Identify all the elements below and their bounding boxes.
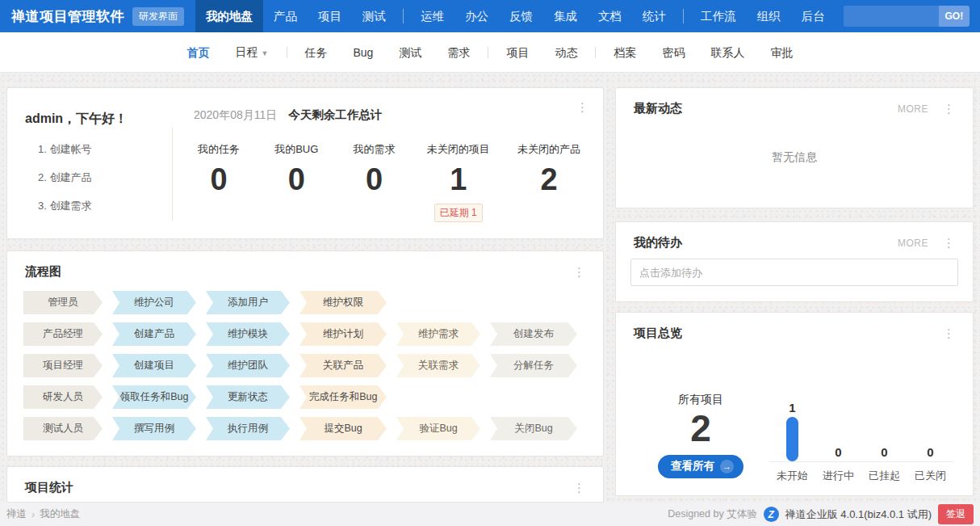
version-text: 禅道企业版 4.0.1(biz4.0.1 试用) bbox=[785, 507, 932, 522]
designed-by[interactable]: Designed by 艾体验 bbox=[668, 507, 756, 521]
flow-step-chip[interactable]: 维护模块 bbox=[206, 322, 290, 346]
all-projects-count[interactable]: 2 bbox=[640, 407, 761, 450]
flow-step-chip[interactable]: 分解任务 bbox=[490, 354, 577, 377]
flowchart-card: 流程图 ⋮ 管理员 维护公司 添加用户 维护权限 产品经理 创建产品 维护模块 … bbox=[6, 250, 604, 457]
nav-doc[interactable]: 文档 bbox=[588, 0, 632, 32]
nav-admin-backend[interactable]: 后台 bbox=[791, 0, 836, 32]
view-all-button[interactable]: 查看所有 → bbox=[658, 455, 743, 478]
kebab-menu-icon[interactable]: ⋮ bbox=[570, 264, 588, 280]
stat-label: 未关闭的项目 bbox=[427, 142, 490, 157]
kebab-menu-icon[interactable]: ⋮ bbox=[570, 480, 588, 495]
flow-step-chip[interactable]: 完成任务和Bug bbox=[299, 385, 387, 409]
flowchart-title: 流程图 bbox=[25, 264, 61, 280]
tab-calendar-label: 日程 bbox=[236, 45, 258, 58]
tab-home[interactable]: 首页 bbox=[174, 32, 223, 73]
stat-value[interactable]: 0 bbox=[271, 163, 321, 197]
stat-value[interactable]: 1 bbox=[427, 163, 490, 197]
flow-step-chip[interactable]: 关联需求 bbox=[396, 354, 480, 377]
flow-step-chip[interactable]: 执行用例 bbox=[206, 417, 290, 440]
nav-organization[interactable]: 组织 bbox=[747, 0, 791, 32]
nav-product[interactable]: 产品 bbox=[263, 0, 308, 32]
nav-test[interactable]: 测试 bbox=[352, 0, 396, 32]
project-statistics-title: 项目统计 bbox=[25, 480, 73, 495]
add-todo-input[interactable] bbox=[630, 259, 958, 286]
flow-role-chip[interactable]: 项目经理 bbox=[23, 354, 103, 377]
flow-step-chip[interactable]: 领取任务和Bug bbox=[112, 385, 196, 409]
flow-step-chip[interactable]: 维护公司 bbox=[112, 291, 196, 314]
kebab-menu-icon[interactable]: ⋮ bbox=[940, 326, 958, 341]
onboarding-steps: 1. 创建帐号 2. 创建产品 3. 创建需求 bbox=[25, 142, 172, 213]
tab-dynamic[interactable]: 动态 bbox=[542, 32, 590, 73]
more-link[interactable]: MORE bbox=[898, 238, 928, 249]
flow-step-chip[interactable]: 维护需求 bbox=[396, 322, 480, 346]
nav-integration[interactable]: 集成 bbox=[543, 0, 588, 32]
current-date: 2020年08月11日 bbox=[194, 108, 277, 123]
tab-project[interactable]: 项目 bbox=[493, 32, 542, 73]
bar-value: 0 bbox=[927, 445, 933, 459]
tab-contacts[interactable]: 联系人 bbox=[697, 32, 757, 73]
search-go-button[interactable]: GO! bbox=[939, 6, 970, 27]
kebab-menu-icon[interactable]: ⋮ bbox=[940, 235, 958, 250]
ui-mode-badge[interactable]: 研发界面 bbox=[132, 7, 184, 26]
nav-my-dashboard[interactable]: 我的地盘 bbox=[195, 0, 263, 32]
flow-step-chip[interactable]: 维护权限 bbox=[299, 291, 387, 314]
stat-my-tasks: 我的任务 0 bbox=[194, 142, 244, 222]
search-input[interactable] bbox=[844, 6, 939, 27]
kebab-menu-icon[interactable]: ⋮ bbox=[940, 101, 958, 116]
flow-step-chip[interactable]: 提交Bug bbox=[299, 417, 387, 440]
tab-test[interactable]: 测试 bbox=[386, 32, 434, 73]
tab-approval[interactable]: 审批 bbox=[757, 32, 806, 73]
more-link[interactable]: MORE bbox=[898, 103, 928, 115]
flow-step-chip[interactable]: 撰写用例 bbox=[112, 417, 196, 440]
flow-step-chip[interactable]: 维护团队 bbox=[206, 354, 290, 377]
stat-label: 我的BUG bbox=[271, 142, 321, 157]
bar-value: 1 bbox=[789, 401, 795, 414]
tab-task[interactable]: 任务 bbox=[292, 32, 341, 73]
step-create-product[interactable]: 2. 创建产品 bbox=[38, 170, 172, 185]
nav-feedback[interactable]: 反馈 bbox=[499, 0, 543, 32]
nav-divider bbox=[595, 47, 596, 58]
step-create-account[interactable]: 1. 创建帐号 bbox=[38, 142, 172, 157]
nav-report[interactable]: 统计 bbox=[632, 0, 676, 32]
flow-role-chip[interactable]: 产品经理 bbox=[23, 322, 103, 346]
flow-role-chip[interactable]: 管理员 bbox=[23, 291, 103, 314]
nav-project[interactable]: 项目 bbox=[308, 0, 352, 32]
flow-row-project-manager: 项目经理 创建项目 维护团队 关联产品 关联需求 分解任务 bbox=[23, 354, 587, 377]
stat-label: 我的任务 bbox=[194, 142, 244, 157]
tab-story[interactable]: 需求 bbox=[434, 32, 483, 73]
flow-step-chip[interactable]: 验证Bug bbox=[396, 417, 480, 440]
stat-my-stories: 我的需求 0 bbox=[350, 142, 400, 222]
kebab-menu-icon[interactable]: ⋮ bbox=[573, 99, 592, 115]
flow-step-chip[interactable]: 添加用户 bbox=[206, 291, 290, 314]
tab-calendar[interactable]: 日程▼ bbox=[223, 32, 282, 74]
nav-workflow[interactable]: 工作流 bbox=[690, 0, 747, 32]
stat-value[interactable]: 2 bbox=[517, 163, 580, 197]
stat-label: 未关闭的产品 bbox=[517, 142, 580, 157]
step-create-story[interactable]: 3. 创建需求 bbox=[38, 199, 172, 213]
flow-role-chip[interactable]: 研发人员 bbox=[23, 385, 103, 409]
stat-value[interactable]: 0 bbox=[194, 163, 244, 197]
global-search: GO! bbox=[844, 6, 970, 27]
bar-wait[interactable] bbox=[786, 417, 798, 461]
flow-step-chip[interactable]: 关闭Bug bbox=[490, 417, 577, 440]
breadcrumb-home[interactable]: 禅道 bbox=[6, 507, 27, 521]
delayed-badge[interactable]: 已延期 1 bbox=[434, 204, 483, 222]
breadcrumb-current[interactable]: 我的地盘 bbox=[40, 507, 80, 521]
latest-news-title: 最新动态 bbox=[634, 101, 682, 116]
tab-doc[interactable]: 档案 bbox=[601, 32, 649, 73]
nav-office[interactable]: 办公 bbox=[454, 0, 499, 32]
tab-bug[interactable]: Bug bbox=[341, 32, 387, 73]
flow-step-chip[interactable]: 创建发布 bbox=[490, 322, 577, 346]
flow-role-chip[interactable]: 测试人员 bbox=[23, 417, 103, 440]
tab-password[interactable]: 密码 bbox=[649, 32, 697, 73]
logout-button[interactable]: 签退 bbox=[938, 504, 974, 524]
stat-value[interactable]: 0 bbox=[350, 163, 400, 197]
flow-step-chip[interactable]: 创建产品 bbox=[112, 322, 196, 346]
flow-step-chip[interactable]: 创建项目 bbox=[112, 354, 196, 377]
stat-open-products: 未关闭的产品 2 bbox=[517, 142, 580, 222]
flow-step-chip[interactable]: 关联产品 bbox=[299, 354, 387, 377]
flow-step-chip[interactable]: 更新状态 bbox=[206, 385, 290, 409]
nav-ops[interactable]: 运维 bbox=[410, 0, 454, 32]
flow-step-chip[interactable]: 维护计划 bbox=[299, 322, 387, 346]
bar-label: 未开始 bbox=[777, 469, 808, 483]
